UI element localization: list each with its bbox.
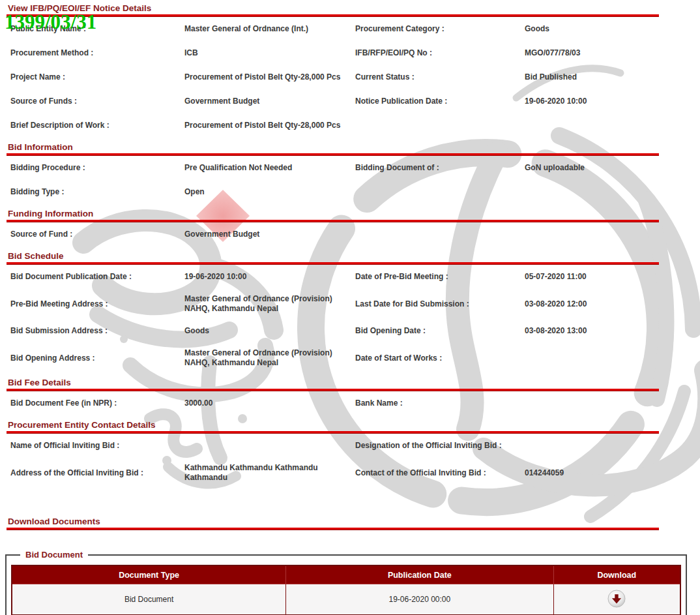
field-value: Goods <box>525 24 700 34</box>
bid-document-fieldset: Bid Document Document Type Publication D… <box>5 550 687 615</box>
field-label: Contact of the Official Inviting Bid : <box>355 468 525 478</box>
field-label: Bank Name : <box>355 398 525 408</box>
notice-row: Source of Funds : Government Budget Noti… <box>0 89 700 113</box>
contact-row: Name of Official Inviting Bid : Designat… <box>0 434 700 458</box>
field-label: Date of Pre-Bid Meeting : <box>355 272 525 282</box>
publication-date-cell: 19-06-2020 00:00 <box>286 584 553 615</box>
section-title-fee: Bid Fee Details <box>0 378 700 387</box>
download-cell <box>553 584 680 615</box>
field-label: Bid Document Fee (in NPR) : <box>10 398 184 408</box>
field-value: GoN uploadable <box>525 163 700 173</box>
field-value: Goods <box>184 326 355 336</box>
field-label: Bid Opening Date : <box>355 326 525 336</box>
field-label: Bid Opening Address : <box>10 353 184 363</box>
notice-row: Project Name : Procurement of Pistol Bel… <box>0 65 700 89</box>
schedule-row: Bid Document Publication Date : 19-06-20… <box>0 265 700 289</box>
field-value: 19-06-2020 10:00 <box>525 97 700 106</box>
funding-row: Source of Fund : Government Budget <box>0 222 700 247</box>
column-header-publication-date: Publication Date <box>286 565 553 584</box>
column-header-document-type: Document Type <box>12 565 286 584</box>
field-label: Address of the Official Inviting Bid : <box>10 468 184 478</box>
field-label: Date of Start of Works : <box>355 353 525 363</box>
field-label: Last Date for Bid Submission : <box>355 299 525 309</box>
field-value: Master General of Ordnance (Int.) <box>184 24 355 34</box>
section-title-notice: View IFB/PQ/EOI/EF Notice Details <box>0 3 700 13</box>
field-label: Bidding Type : <box>10 187 184 197</box>
notice-row: Public Entity Name : Master General of O… <box>0 17 700 41</box>
field-label: IFB/RFP/EOI/PQ No : <box>355 48 525 58</box>
field-label: Designation of the Official Inviting Bid… <box>355 441 525 451</box>
field-value: Procurement of Pistol Belt Qty-28,000 Pc… <box>184 72 355 82</box>
field-value: 3000.00 <box>184 398 355 408</box>
field-label: Bidding Document of : <box>355 163 525 173</box>
section-divider <box>7 528 659 530</box>
field-label: Current Status : <box>355 72 525 82</box>
field-label: Pre-Bid Meeting Address : <box>10 299 184 309</box>
field-value: Open <box>184 187 355 197</box>
schedule-row: Bid Submission Address : Goods Bid Openi… <box>0 319 700 343</box>
field-value: 014244059 <box>525 468 700 478</box>
field-label: Bidding Procedure : <box>10 163 184 173</box>
schedule-row: Bid Opening Address : Master General of … <box>0 343 700 373</box>
notice-row: Procurement Method : ICB IFB/RFP/EOI/PQ … <box>0 41 700 65</box>
bid-document-legend: Bid Document <box>20 550 88 560</box>
document-type-cell: Bid Document <box>12 584 286 615</box>
date-stamp: 1399/03/31 <box>5 12 96 32</box>
field-value: 03-08-2020 12:00 <box>525 299 700 309</box>
section-title-download: Download Documents <box>0 517 700 526</box>
field-value: 03-08-2020 13:00 <box>525 326 700 336</box>
table-header-row: Document Type Publication Date Download <box>12 565 680 584</box>
field-value: Kathmandu Kathmandu Kathmandu Kathmandu <box>184 463 355 483</box>
field-label: Procurement Method : <box>10 48 184 58</box>
field-value: MGO/077/78/03 <box>525 48 700 58</box>
field-value: Procurement of Pistol Belt Qty-28,000 Pc… <box>184 121 355 130</box>
field-label: Name of Official Inviting Bid : <box>10 441 184 451</box>
field-value: 05-07-2020 11:00 <box>525 272 700 282</box>
field-label: Bid Submission Address : <box>10 326 184 336</box>
bid-info-row: Bidding Procedure : Pre Qualification No… <box>0 156 700 180</box>
section-title-funding: Funding Information <box>0 209 700 218</box>
field-value: Master General of Ordnance (Provision) N… <box>184 348 355 368</box>
documents-table: Document Type Publication Date Download … <box>11 565 681 615</box>
field-label: Notice Publication Date : <box>355 97 525 106</box>
contact-row: Address of the Official Inviting Bid : K… <box>0 458 700 488</box>
section-title-bid-information: Bid Information <box>0 142 700 152</box>
fee-row: Bid Document Fee (in NPR) : 3000.00 Bank… <box>0 391 700 415</box>
schedule-row: Pre-Bid Meeting Address : Master General… <box>0 289 700 319</box>
table-row: Bid Document 19-06-2020 00:00 <box>12 584 680 615</box>
field-label: Bid Document Publication Date : <box>10 272 184 282</box>
field-label: Project Name : <box>10 72 184 82</box>
download-icon[interactable] <box>607 589 626 608</box>
field-value: Master General of Ordnance (Provision) N… <box>184 294 355 314</box>
bid-info-row: Bidding Type : Open <box>0 180 700 204</box>
field-value: Government Budget <box>184 230 355 239</box>
section-title-schedule: Bid Schedule <box>0 251 700 261</box>
field-value: Bid Published <box>525 72 700 82</box>
field-label: Brief Description of Work : <box>10 121 184 130</box>
field-value: Pre Qualification Not Needed <box>184 163 355 173</box>
field-label: Source of Funds : <box>10 97 184 106</box>
field-label: Procurement Category : <box>355 24 525 34</box>
notice-details-page: 1399/03/31 View IFB/PQ/EOI/EF Notice Det… <box>0 0 700 615</box>
field-value: ICB <box>184 48 355 58</box>
notice-row: Brief Description of Work : Procurement … <box>0 113 700 138</box>
column-header-download: Download <box>553 565 680 584</box>
field-value: Government Budget <box>184 97 355 106</box>
field-label: Source of Fund : <box>10 230 184 239</box>
field-value: 19-06-2020 10:00 <box>184 272 355 282</box>
section-title-contact: Procurement Entity Contact Details <box>0 420 700 430</box>
